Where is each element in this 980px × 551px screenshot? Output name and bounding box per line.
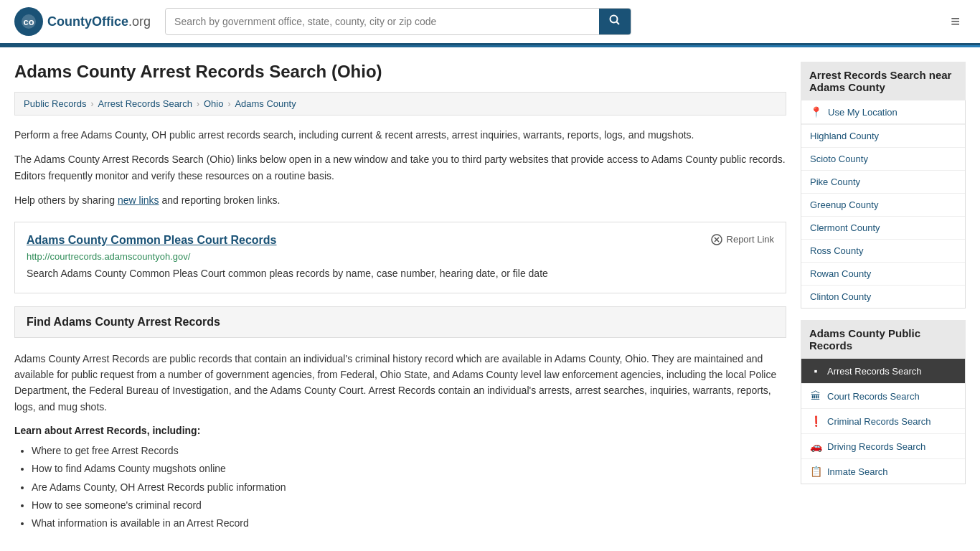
breadcrumb-adams-county[interactable]: Adams County: [235, 98, 296, 109]
logo-icon: co: [14, 7, 43, 36]
inmate-search-label: Inmate Search: [827, 466, 888, 477]
list-item[interactable]: Greenup County: [801, 194, 965, 217]
search-input[interactable]: [166, 10, 599, 33]
clermont-county-link[interactable]: Clermont County: [801, 217, 965, 239]
site-logo[interactable]: co CountyOffice.org: [14, 7, 151, 36]
breadcrumb-sep-1: ›: [90, 99, 93, 109]
use-location-button[interactable]: 📍 Use My Location: [801, 100, 965, 124]
breadcrumb-ohio[interactable]: Ohio: [204, 98, 223, 109]
list-item[interactable]: Clinton County: [801, 286, 965, 308]
nearby-heading: Arrest Records Search near Adams County: [801, 62, 966, 100]
pike-county-link[interactable]: Pike County: [801, 171, 965, 193]
clinton-county-link[interactable]: Clinton County: [801, 286, 965, 308]
scioto-county-link[interactable]: Scioto County: [801, 148, 965, 170]
highland-county-link[interactable]: Highland County: [801, 125, 965, 147]
court-icon: 🏛: [810, 390, 821, 402]
intro-paragraph-3: Help others by sharing new links and rep…: [14, 192, 786, 208]
list-item[interactable]: Rowan County: [801, 263, 965, 286]
use-location-item[interactable]: 📍 Use My Location: [801, 100, 965, 125]
pub-records-inmate-item[interactable]: 📋 Inmate Search: [801, 459, 965, 484]
record-description: Search Adams County Common Pleas Court c…: [27, 266, 774, 281]
breadcrumb-arrest-records[interactable]: Arrest Records Search: [98, 98, 192, 109]
svg-text:co: co: [23, 17, 34, 27]
page-title: Adams County Arrest Records Search (Ohio…: [14, 62, 786, 82]
report-link-button[interactable]: Report Link: [711, 234, 774, 245]
breadcrumb: Public Records › Arrest Records Search ›…: [14, 92, 786, 116]
list-item: How to find Adams County mugshots online: [32, 460, 786, 478]
inmate-search-link[interactable]: 📋 Inmate Search: [801, 459, 965, 484]
content-area: Adams County Arrest Records Search (Ohio…: [14, 62, 786, 532]
criminal-records-link[interactable]: ❗ Criminal Records Search: [801, 409, 965, 433]
rowan-county-link[interactable]: Rowan County: [801, 263, 965, 285]
location-icon: 📍: [810, 106, 822, 118]
intro-3-prefix: Help others by sharing: [14, 194, 118, 206]
svg-line-3: [617, 22, 620, 25]
learn-heading: Learn about Arrest Records, including:: [14, 425, 786, 436]
logo-text: CountyOffice.org: [47, 14, 151, 29]
find-section-body: Adams County Arrest Records are public r…: [14, 351, 786, 415]
record-card: Adams County Common Pleas Court Records …: [14, 222, 786, 293]
record-title-link[interactable]: Adams County Common Pleas Court Records: [27, 234, 277, 247]
list-item: What information is available in an Arre…: [32, 514, 786, 532]
list-item: Where to get free Arrest Records: [32, 442, 786, 460]
driving-records-label: Driving Records Search: [827, 441, 925, 452]
use-location-label: Use My Location: [828, 107, 897, 118]
learn-list: Where to get free Arrest Records How to …: [32, 442, 786, 532]
find-section-heading: Find Adams County Arrest Records: [27, 316, 774, 329]
find-section-header: Find Adams County Arrest Records: [14, 306, 786, 338]
site-header: co CountyOffice.org ≡: [0, 0, 980, 45]
record-url: http://courtrecords.adamscountyoh.gov/: [27, 251, 774, 262]
breadcrumb-sep-2: ›: [197, 99, 199, 109]
court-records-link[interactable]: 🏛 Court Records Search: [801, 384, 965, 408]
list-item[interactable]: Scioto County: [801, 148, 965, 171]
breadcrumb-public-records[interactable]: Public Records: [24, 98, 86, 109]
list-item[interactable]: Pike County: [801, 171, 965, 194]
list-item[interactable]: Highland County: [801, 125, 965, 148]
ross-county-link[interactable]: Ross County: [801, 240, 965, 262]
svg-point-2: [611, 16, 618, 23]
record-card-header: Adams County Common Pleas Court Records …: [27, 234, 774, 247]
report-link-label: Report Link: [727, 234, 774, 245]
court-records-label: Court Records Search: [827, 391, 920, 402]
intro-3-suffix: and reporting broken links.: [159, 194, 281, 206]
sidebar: Arrest Records Search near Adams County …: [801, 62, 966, 532]
arrest-records-label: Arrest Records Search: [827, 366, 922, 377]
list-item[interactable]: Ross County: [801, 240, 965, 263]
nearby-counties-list: 📍 Use My Location Highland County Scioto…: [801, 100, 966, 309]
arrest-records-link[interactable]: ▪ Arrest Records Search: [801, 359, 965, 383]
header-right: ≡: [945, 9, 966, 34]
report-icon: [711, 234, 722, 245]
intro-paragraph-2: The Adams County Arrest Records Search (…: [14, 151, 786, 184]
pub-records-court-item[interactable]: 🏛 Court Records Search: [801, 384, 965, 409]
list-item: How to see someone's criminal record: [32, 496, 786, 514]
criminal-records-label: Criminal Records Search: [827, 416, 931, 427]
search-button[interactable]: [599, 9, 631, 34]
public-records-section: Adams County Public Records ▪ Arrest Rec…: [801, 320, 966, 484]
main-container: Adams County Arrest Records Search (Ohio…: [0, 47, 980, 547]
intro-paragraph-1: Perform a free Adams County, OH public a…: [14, 127, 786, 143]
list-item[interactable]: Clermont County: [801, 217, 965, 240]
nearby-section: Arrest Records Search near Adams County …: [801, 62, 966, 309]
pub-records-driving-item[interactable]: 🚗 Driving Records Search: [801, 434, 965, 459]
new-links-link[interactable]: new links: [118, 194, 159, 206]
pub-records-criminal-item[interactable]: ❗ Criminal Records Search: [801, 409, 965, 434]
hamburger-button[interactable]: ≡: [945, 9, 966, 34]
greenup-county-link[interactable]: Greenup County: [801, 194, 965, 216]
search-bar: [165, 8, 631, 35]
arrest-icon: ▪: [810, 365, 821, 377]
driving-icon: 🚗: [810, 441, 821, 452]
pub-records-arrest-item[interactable]: ▪ Arrest Records Search: [801, 359, 965, 384]
list-item: Are Adams County, OH Arrest Records publ…: [32, 479, 786, 496]
public-records-list: ▪ Arrest Records Search 🏛 Court Records …: [801, 359, 966, 484]
public-records-heading: Adams County Public Records: [801, 320, 966, 359]
driving-records-link[interactable]: 🚗 Driving Records Search: [801, 434, 965, 458]
inmate-icon: 📋: [810, 466, 821, 477]
breadcrumb-sep-3: ›: [227, 99, 230, 109]
criminal-icon: ❗: [810, 415, 821, 427]
